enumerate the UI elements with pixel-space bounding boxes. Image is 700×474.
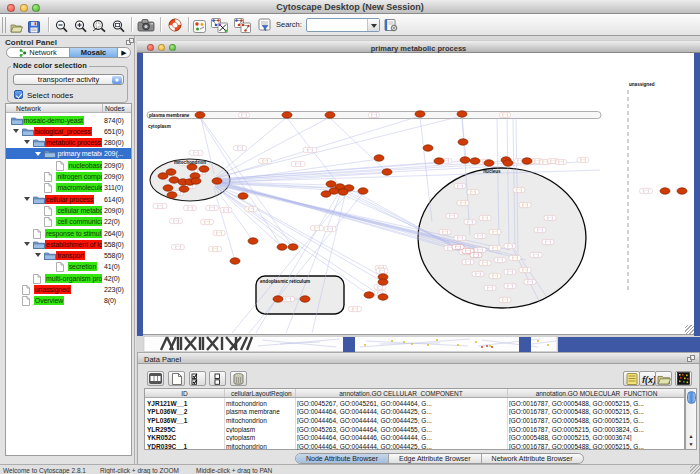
network-canvas[interactable]: (···)(···)(···)(···)(···)(···)(···)(···)… (143, 53, 694, 335)
search-settings-icon[interactable] (384, 18, 398, 36)
snapshot-icon[interactable] (137, 18, 155, 36)
tree-row-cellular-process[interactable]: cellular process614(0) (6, 194, 131, 205)
tab-mosaic[interactable]: Mosaic (69, 48, 118, 57)
network-node[interactable] (503, 160, 513, 166)
search-dropdown-button[interactable] (367, 19, 379, 31)
network-edge[interactable] (330, 118, 387, 172)
tree-row-unassigned[interactable]: unassigned223(0) (6, 284, 131, 295)
filter-doc-icon[interactable] (258, 18, 272, 36)
tree-row-metabolic-process[interactable]: metabolic process280(0) (6, 137, 131, 148)
scroll-up-icon[interactable]: ▲ (686, 432, 696, 440)
float-panel-icon[interactable] (687, 355, 695, 362)
network-node[interactable] (677, 188, 687, 194)
formula-builder-button[interactable]: f(x) (639, 371, 656, 386)
network-node[interactable] (325, 112, 335, 118)
matrix-view-button[interactable] (675, 371, 692, 386)
table-row-YPL036W__2[interactable]: YPL036W__2plasma membrane[GO:0044464, GO… (145, 408, 684, 417)
network-node[interactable] (277, 244, 287, 250)
attribute-table-header[interactable]: ID_cellularLayoutRegionannotation.GO CEL… (145, 389, 684, 398)
attribute-grid-button[interactable] (147, 371, 164, 386)
network-node[interactable] (484, 160, 494, 166)
network-node[interactable] (364, 292, 374, 298)
expand-arrow-icon[interactable] (24, 197, 30, 201)
expand-arrow-icon[interactable] (13, 129, 19, 133)
zoom-out-icon[interactable] (55, 19, 68, 37)
column-divider[interactable] (295, 389, 296, 397)
network-node[interactable] (167, 192, 177, 198)
tree-row-response-to-stimul[interactable]: response to stimul264(0) (6, 228, 131, 239)
network-edge[interactable] (216, 117, 287, 176)
expand-arrow-icon[interactable] (35, 253, 41, 257)
help-lifesaver-icon[interactable] (168, 18, 182, 36)
tree-row-transport[interactable]: transport558(0) (6, 250, 131, 261)
network-node[interactable] (460, 157, 470, 163)
network-node[interactable] (326, 181, 336, 187)
new-attribute-button[interactable] (168, 371, 185, 386)
attribute-list-button[interactable] (623, 371, 640, 386)
scrollbar-thumb[interactable] (687, 391, 696, 404)
tab-network-attribute-browser[interactable]: Network Attribute Browser (481, 454, 583, 463)
network-node[interactable] (191, 178, 201, 184)
column-divider[interactable] (224, 389, 225, 397)
table-row-YDR039C__1[interactable]: YDR039C__1mitochondrion[GO:0044464, GO:0… (145, 442, 684, 451)
network-overlay-icon[interactable] (234, 18, 251, 37)
import-attributes-button[interactable] (655, 371, 672, 386)
network-edge[interactable] (420, 117, 432, 222)
table-row-YPL036W__1[interactable]: YPL036W__1mitochondrion[GO:0044464, GO:0… (145, 416, 684, 425)
zoom-selected-icon[interactable] (92, 19, 106, 37)
network-node[interactable] (282, 112, 292, 118)
network-node[interactable] (423, 145, 433, 151)
data-panel-titlebar[interactable]: Data Panel (138, 353, 699, 364)
manage-networks-icon[interactable] (211, 18, 228, 37)
tree-row-cellular-metabo[interactable]: cellular metabo209(0) (6, 205, 131, 216)
table-row-YJR121W__1[interactable]: YJR121W__1mitochondrion[GO:0045267, GO:0… (145, 399, 684, 408)
unselect-attributes-button[interactable] (209, 371, 226, 386)
tree-row-mosaic-demo-yeast[interactable]: mosaic-demo-yeast874(0) (6, 115, 131, 126)
node-color-attribute-select[interactable]: transporter activity (13, 74, 124, 85)
network-node[interactable] (378, 294, 388, 300)
network-node[interactable] (288, 244, 298, 250)
network-node[interactable] (374, 155, 384, 161)
expand-arrow-icon[interactable] (35, 152, 41, 156)
network-node[interactable] (338, 189, 348, 195)
tree-row-biological-process[interactable]: biological_process651(0) (6, 126, 131, 137)
delete-attribute-button[interactable] (230, 371, 247, 386)
tree-row-multi-organism-pro[interactable]: multi-organism pro42(0) (6, 273, 131, 284)
network-node[interactable] (321, 191, 331, 197)
expand-arrow-icon[interactable] (24, 242, 30, 246)
network-node[interactable] (158, 173, 168, 179)
network-node[interactable] (470, 158, 480, 164)
network-node[interactable] (660, 188, 670, 194)
app-resize-grip[interactable] (690, 465, 700, 474)
network-node[interactable] (195, 112, 205, 118)
network-node[interactable] (187, 164, 197, 170)
tree-row-macromolecule[interactable]: macromolecule311(0) (6, 182, 131, 193)
tree-row-nucleobase-[interactable]: nucleobase-209(0) (6, 160, 131, 171)
table-vertical-scrollbar[interactable]: ▲ ▼ (685, 388, 697, 450)
save-icon[interactable] (28, 19, 40, 37)
network-node[interactable] (378, 279, 388, 285)
tree-row-cell-communicat[interactable]: cell communicat22(0) (6, 216, 131, 227)
tab-overflow-button[interactable]: ▶ (118, 48, 130, 57)
network-node[interactable] (163, 185, 173, 191)
select-attributes-button[interactable] (189, 371, 206, 386)
table-row-YLR295C[interactable]: YLR295Ccytoplasm[GO:0045263, GO:0044464,… (145, 425, 684, 434)
network-node[interactable] (458, 139, 468, 145)
network-node[interactable] (415, 111, 425, 117)
network-node[interactable] (522, 158, 532, 164)
select-nodes-checkbox[interactable] (14, 90, 23, 99)
network-node[interactable] (300, 296, 310, 302)
zoom-in-icon[interactable] (74, 19, 87, 37)
network-node[interactable] (238, 193, 248, 199)
network-node[interactable] (169, 177, 179, 183)
table-row-YKR052C[interactable]: YKR052Ccytoplasm[GO:0044464, GO:0044446,… (145, 433, 684, 442)
network-node[interactable] (358, 188, 368, 194)
tab-edge-attribute-browser[interactable]: Edge Attribute Browser (388, 454, 481, 463)
network-node[interactable] (434, 158, 444, 164)
network-node[interactable] (179, 186, 189, 192)
zoom-fit-icon[interactable] (112, 19, 125, 37)
network-node[interactable] (212, 178, 222, 184)
network-node[interactable] (457, 111, 467, 117)
tab-network[interactable]: Network (7, 48, 69, 57)
column-header[interactable]: _cellularLayoutRegion (224, 390, 295, 397)
